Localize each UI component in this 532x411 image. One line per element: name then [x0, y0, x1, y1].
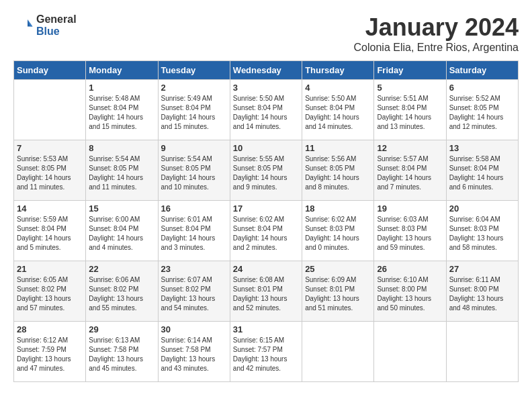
day-info: Sunrise: 6:15 AMSunset: 7:57 PMDaylight:… [233, 336, 299, 373]
header-wednesday: Wednesday [230, 61, 302, 80]
day-info: Sunrise: 5:57 AMSunset: 8:04 PMDaylight:… [377, 154, 443, 192]
day-info: Sunrise: 6:14 AMSunset: 7:58 PMDaylight:… [161, 336, 227, 373]
week-row-3: 14Sunrise: 5:59 AMSunset: 8:04 PMDayligh… [14, 201, 519, 261]
header-tuesday: Tuesday [158, 61, 230, 80]
calendar-cell: 2Sunrise: 5:49 AMSunset: 8:04 PMDaylight… [158, 80, 230, 140]
calendar-cell: 23Sunrise: 6:07 AMSunset: 8:02 PMDayligh… [158, 261, 230, 322]
day-info: Sunrise: 5:59 AMSunset: 8:04 PMDaylight:… [17, 215, 83, 253]
day-number: 6 [449, 83, 515, 93]
day-info: Sunrise: 5:56 AMSunset: 8:05 PMDaylight:… [305, 154, 371, 192]
day-info: Sunrise: 6:06 AMSunset: 8:02 PMDaylight:… [89, 275, 154, 313]
day-info: Sunrise: 5:54 AMSunset: 8:05 PMDaylight:… [161, 154, 227, 192]
day-number: 14 [17, 203, 83, 214]
calendar-cell: 8Sunrise: 5:54 AMSunset: 8:05 PMDaylight… [86, 140, 158, 201]
day-number: 13 [449, 143, 515, 153]
calendar-cell: 13Sunrise: 5:58 AMSunset: 8:04 PMDayligh… [446, 140, 518, 201]
day-number: 31 [233, 324, 299, 334]
header-row: SundayMondayTuesdayWednesdayThursdayFrid… [14, 61, 519, 80]
day-info: Sunrise: 6:04 AMSunset: 8:03 PMDaylight:… [449, 215, 515, 253]
calendar-cell: 27Sunrise: 6:11 AMSunset: 8:00 PMDayligh… [446, 261, 518, 322]
calendar-cell: 30Sunrise: 6:14 AMSunset: 7:58 PMDayligh… [158, 322, 230, 382]
calendar-cell: 20Sunrise: 6:04 AMSunset: 8:03 PMDayligh… [446, 201, 518, 261]
day-number: 8 [89, 143, 154, 153]
day-info: Sunrise: 5:50 AMSunset: 8:04 PMDaylight:… [233, 94, 299, 132]
calendar-cell: 25Sunrise: 6:09 AMSunset: 8:01 PMDayligh… [302, 261, 374, 322]
calendar-cell [14, 80, 86, 140]
day-number: 17 [233, 203, 299, 214]
day-number: 29 [89, 324, 154, 334]
day-number: 24 [233, 264, 299, 274]
day-number: 22 [89, 264, 154, 274]
day-number: 20 [449, 203, 515, 214]
day-info: Sunrise: 5:55 AMSunset: 8:05 PMDaylight:… [233, 154, 299, 192]
day-info: Sunrise: 6:02 AMSunset: 8:04 PMDaylight:… [233, 215, 299, 253]
day-info: Sunrise: 6:03 AMSunset: 8:03 PMDaylight:… [377, 215, 443, 253]
day-info: Sunrise: 5:50 AMSunset: 8:04 PMDaylight:… [305, 94, 371, 132]
day-info: Sunrise: 6:02 AMSunset: 8:03 PMDaylight:… [305, 215, 371, 253]
calendar-cell: 26Sunrise: 6:10 AMSunset: 8:00 PMDayligh… [374, 261, 446, 322]
calendar-table: SundayMondayTuesdayWednesdayThursdayFrid… [13, 60, 519, 382]
day-info: Sunrise: 5:58 AMSunset: 8:04 PMDaylight:… [449, 154, 515, 192]
calendar-cell: 31Sunrise: 6:15 AMSunset: 7:57 PMDayligh… [230, 322, 302, 382]
logo-text: General Blue [36, 13, 77, 37]
calendar-cell: 11Sunrise: 5:56 AMSunset: 8:05 PMDayligh… [302, 140, 374, 201]
day-number: 12 [377, 143, 443, 153]
day-info: Sunrise: 6:10 AMSunset: 8:00 PMDaylight:… [377, 275, 443, 313]
day-number: 27 [449, 264, 515, 274]
page-header: General Blue January 2024 Colonia Elia, … [13, 13, 519, 54]
calendar-cell: 15Sunrise: 6:00 AMSunset: 8:04 PMDayligh… [86, 201, 158, 261]
week-row-4: 21Sunrise: 6:05 AMSunset: 8:02 PMDayligh… [14, 261, 519, 322]
day-info: Sunrise: 6:00 AMSunset: 8:04 PMDaylight:… [89, 215, 154, 253]
week-row-1: 1Sunrise: 5:48 AMSunset: 8:04 PMDaylight… [14, 80, 519, 140]
calendar-cell: 3Sunrise: 5:50 AMSunset: 8:04 PMDaylight… [230, 80, 302, 140]
day-info: Sunrise: 6:09 AMSunset: 8:01 PMDaylight:… [305, 275, 371, 313]
calendar-cell: 21Sunrise: 6:05 AMSunset: 8:02 PMDayligh… [14, 261, 86, 322]
month-title: January 2024 [354, 13, 519, 42]
day-number: 1 [89, 83, 154, 93]
calendar-cell: 1Sunrise: 5:48 AMSunset: 8:04 PMDaylight… [86, 80, 158, 140]
day-info: Sunrise: 6:11 AMSunset: 8:00 PMDaylight:… [449, 275, 515, 313]
day-number: 23 [161, 264, 227, 274]
day-info: Sunrise: 6:08 AMSunset: 8:01 PMDaylight:… [233, 275, 299, 313]
day-number: 28 [17, 324, 83, 334]
calendar-cell: 14Sunrise: 5:59 AMSunset: 8:04 PMDayligh… [14, 201, 86, 261]
week-row-2: 7Sunrise: 5:53 AMSunset: 8:05 PMDaylight… [14, 140, 519, 201]
calendar-cell: 22Sunrise: 6:06 AMSunset: 8:02 PMDayligh… [86, 261, 158, 322]
calendar-cell: 17Sunrise: 6:02 AMSunset: 8:04 PMDayligh… [230, 201, 302, 261]
day-number: 7 [17, 143, 83, 153]
logo-icon [13, 15, 34, 36]
day-number: 9 [161, 143, 227, 153]
week-row-5: 28Sunrise: 6:12 AMSunset: 7:59 PMDayligh… [14, 322, 519, 382]
header-saturday: Saturday [446, 61, 518, 80]
calendar-cell: 18Sunrise: 6:02 AMSunset: 8:03 PMDayligh… [302, 201, 374, 261]
header-monday: Monday [86, 61, 158, 80]
day-number: 11 [305, 143, 371, 153]
day-number: 30 [161, 324, 227, 334]
calendar-cell: 10Sunrise: 5:55 AMSunset: 8:05 PMDayligh… [230, 140, 302, 201]
calendar-cell: 12Sunrise: 5:57 AMSunset: 8:04 PMDayligh… [374, 140, 446, 201]
calendar-cell: 5Sunrise: 5:51 AMSunset: 8:04 PMDaylight… [374, 80, 446, 140]
logo: General Blue [13, 13, 77, 37]
day-number: 3 [233, 83, 299, 93]
day-number: 25 [305, 264, 371, 274]
day-info: Sunrise: 6:07 AMSunset: 8:02 PMDaylight:… [161, 275, 227, 313]
header-thursday: Thursday [302, 61, 374, 80]
day-info: Sunrise: 6:05 AMSunset: 8:02 PMDaylight:… [17, 275, 83, 313]
day-info: Sunrise: 5:53 AMSunset: 8:05 PMDaylight:… [17, 154, 83, 192]
day-number: 19 [377, 203, 443, 214]
title-section: January 2024 Colonia Elia, Entre Rios, A… [354, 13, 519, 54]
calendar-cell: 6Sunrise: 5:52 AMSunset: 8:05 PMDaylight… [446, 80, 518, 140]
calendar-cell: 16Sunrise: 6:01 AMSunset: 8:04 PMDayligh… [158, 201, 230, 261]
calendar-cell: 9Sunrise: 5:54 AMSunset: 8:05 PMDaylight… [158, 140, 230, 201]
calendar-cell: 28Sunrise: 6:12 AMSunset: 7:59 PMDayligh… [14, 322, 86, 382]
calendar-cell [302, 322, 374, 382]
day-number: 16 [161, 203, 227, 214]
calendar-cell [446, 322, 518, 382]
day-number: 15 [89, 203, 154, 214]
day-info: Sunrise: 6:01 AMSunset: 8:04 PMDaylight:… [161, 215, 227, 253]
day-info: Sunrise: 6:13 AMSunset: 7:58 PMDaylight:… [89, 336, 154, 373]
day-number: 18 [305, 203, 371, 214]
calendar-cell: 7Sunrise: 5:53 AMSunset: 8:05 PMDaylight… [14, 140, 86, 201]
day-number: 5 [377, 83, 443, 93]
calendar-cell: 24Sunrise: 6:08 AMSunset: 8:01 PMDayligh… [230, 261, 302, 322]
